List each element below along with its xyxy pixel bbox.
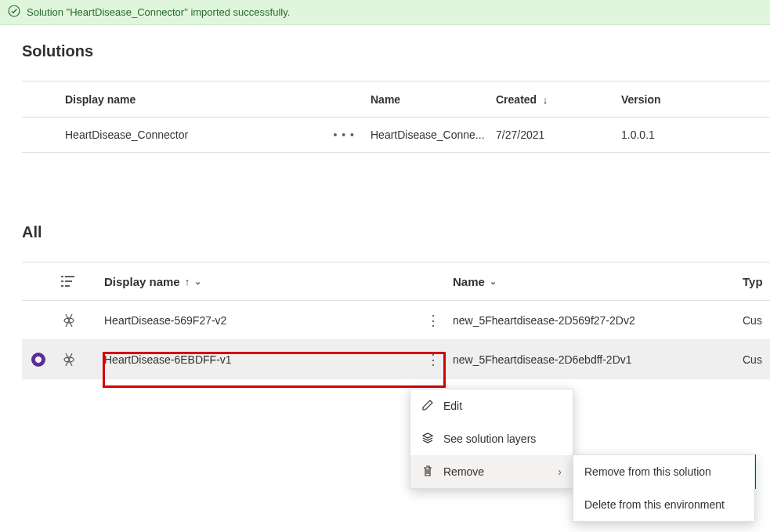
item-display-name: HeartDisease-569F27-v2	[104, 314, 414, 327]
svg-rect-4	[65, 280, 72, 282]
svg-rect-3	[61, 280, 63, 282]
submenu-remove-from-solution[interactable]: Remove from this solution	[573, 455, 754, 488]
item-name: new_5Fheartdisease-2D569f27-2Dv2	[453, 314, 743, 327]
check-circle-icon	[8, 5, 27, 20]
row-menu-icon[interactable]: ⋮	[414, 312, 453, 329]
banner-message: Solution "HeartDisease_Connector" import…	[27, 6, 290, 18]
svg-rect-1	[61, 276, 63, 277]
col-created[interactable]: Created ↓	[496, 93, 621, 106]
solution-display-name: HeartDisease_Connector	[65, 128, 188, 141]
chevron-down-icon: ⌄	[490, 277, 497, 287]
selected-indicator-icon[interactable]	[31, 353, 45, 367]
layers-icon	[421, 432, 434, 447]
sort-down-icon: ↓	[540, 94, 548, 106]
row-actions-icon[interactable]: • • •	[334, 128, 371, 141]
svg-rect-2	[65, 276, 74, 277]
col-all-type[interactable]: Typ	[743, 275, 770, 288]
sort-up-icon: ↑	[185, 276, 190, 288]
col-all-name[interactable]: Name ⌄	[453, 275, 743, 288]
item-type: Cus	[743, 314, 770, 327]
solutions-heading: Solutions	[22, 42, 770, 60]
svg-rect-5	[61, 285, 63, 287]
menu-remove[interactable]: Remove ›	[410, 455, 573, 488]
connector-icon	[61, 313, 104, 328]
table-row[interactable]: HeartDisease-569F27-v2 ⋮ new_5Fheartdise…	[22, 301, 770, 340]
all-header-row: Display name ↑ ⌄ Name ⌄ Typ	[22, 262, 770, 301]
item-type: Cus	[743, 353, 770, 366]
all-heading: All	[22, 223, 770, 241]
connector-icon	[61, 352, 104, 367]
col-display-name[interactable]: Display name	[65, 93, 371, 106]
chevron-right-icon: ›	[558, 465, 562, 478]
all-table: Display name ↑ ⌄ Name ⌄ Typ HeartDisease…	[22, 262, 770, 379]
solutions-table: Display name Name Created ↓ Version N He…	[22, 81, 770, 153]
submenu-delete-from-env[interactable]: Delete from this environment	[573, 488, 754, 521]
solution-row[interactable]: HeartDisease_Connector • • • HeartDiseas…	[22, 118, 770, 152]
context-menu: Edit See solution layers Remove ›	[410, 389, 573, 489]
menu-see-layers[interactable]: See solution layers	[410, 422, 573, 455]
trash-icon	[421, 465, 434, 480]
col-all-display-name[interactable]: Display name ↑ ⌄	[104, 275, 414, 288]
item-name: new_5Fheartdisease-2D6ebdff-2Dv1	[453, 353, 743, 366]
col-name[interactable]: Name	[371, 93, 496, 106]
pencil-icon	[421, 399, 434, 414]
row-menu-icon[interactable]: ⋮	[414, 351, 453, 368]
chevron-down-icon: ⌄	[194, 277, 201, 287]
solution-name: HeartDisease_Conne...	[371, 128, 496, 141]
col-version[interactable]: Version	[621, 93, 770, 106]
svg-point-0	[9, 5, 20, 16]
solution-version: 1.0.0.1	[621, 128, 770, 141]
item-display-name: HeartDisease-6EBDFF-v1	[104, 353, 414, 366]
success-banner: Solution "HeartDisease_Connector" import…	[0, 0, 770, 25]
remove-submenu: Remove from this solution Delete from th…	[573, 454, 755, 522]
solution-created: 7/27/2021	[496, 128, 621, 141]
solutions-header-row: Display name Name Created ↓ Version N	[22, 81, 770, 118]
table-row[interactable]: HeartDisease-6EBDFF-v1 ⋮ new_5Fheartdise…	[22, 340, 770, 379]
svg-rect-6	[65, 285, 70, 287]
menu-edit[interactable]: Edit	[410, 389, 573, 422]
list-sort-icon[interactable]	[61, 275, 104, 288]
